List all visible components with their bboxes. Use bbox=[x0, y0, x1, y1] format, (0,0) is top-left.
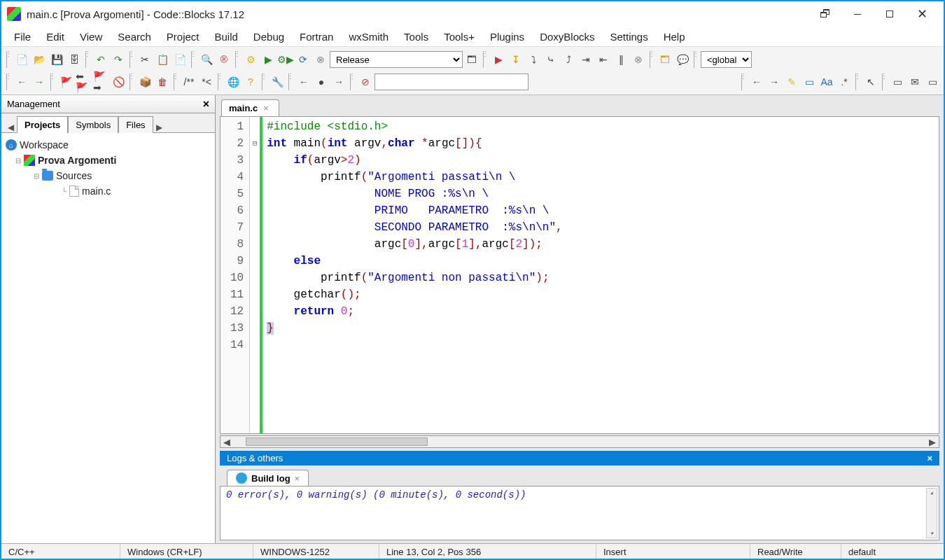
tree-expander-icon[interactable]: ⊟ bbox=[15, 157, 20, 164]
menu-tools[interactable]: Tools bbox=[397, 29, 435, 44]
fold-column[interactable]: ⊟ bbox=[250, 117, 262, 433]
case-icon[interactable]: Aa bbox=[818, 74, 835, 90]
regex-icon[interactable]: .* bbox=[836, 74, 853, 90]
minimize-button[interactable] bbox=[841, 4, 874, 24]
nav-prev-icon[interactable]: ← bbox=[295, 74, 312, 90]
nav-marker-icon[interactable]: ● bbox=[313, 74, 330, 90]
open-file-icon[interactable]: 📂 bbox=[31, 51, 48, 68]
bookmark-toggle-icon[interactable]: 🚩 bbox=[57, 74, 74, 90]
project-tree[interactable]: ⌂ Workspace ⊟ Prova Argomenti ⊟ Sources … bbox=[1, 133, 215, 543]
management-close-icon[interactable]: × bbox=[203, 98, 209, 111]
build-icon[interactable]: ⚙ bbox=[242, 51, 259, 68]
menu-plugins[interactable]: Plugins bbox=[483, 29, 531, 44]
goto-next-icon[interactable]: → bbox=[766, 74, 783, 90]
menu-doxyblocks[interactable]: DoxyBlocks bbox=[533, 29, 601, 44]
editor-tab-close-icon[interactable]: × bbox=[263, 103, 269, 113]
comment-block-icon[interactable]: /** bbox=[181, 74, 197, 90]
logs-body[interactable]: 0 error(s), 0 warning(s) (0 minute(s), 0… bbox=[220, 486, 939, 540]
menu-project[interactable]: Project bbox=[160, 29, 206, 44]
bookmark-prev-icon[interactable]: ⬅🚩 bbox=[75, 74, 92, 90]
comment-line-icon[interactable]: *< bbox=[198, 74, 215, 90]
scroll-left-icon[interactable]: ◀ bbox=[220, 437, 233, 447]
code-content[interactable]: #include <stdio.h>int main(int argv,char… bbox=[262, 117, 566, 433]
menu-tools[interactable]: Tools+ bbox=[437, 29, 482, 44]
scroll-thumb[interactable] bbox=[246, 438, 428, 446]
close-button[interactable]: ✕ bbox=[906, 4, 938, 24]
tab-projects[interactable]: Projects bbox=[17, 116, 68, 133]
code-editor[interactable]: 1234567891011121314 ⊟ #include <stdio.h>… bbox=[220, 116, 939, 434]
copy-icon[interactable]: 📋 bbox=[154, 51, 171, 68]
nav-next-icon[interactable]: → bbox=[330, 74, 347, 90]
menu-build[interactable]: Build bbox=[208, 29, 245, 44]
build-run-icon[interactable]: ⚙▶ bbox=[277, 51, 294, 68]
undo-icon[interactable]: ↶ bbox=[92, 51, 109, 68]
tree-workspace[interactable]: ⌂ Workspace bbox=[6, 137, 211, 153]
new-file-icon[interactable]: 📄 bbox=[13, 51, 30, 68]
tree-file[interactable]: └ main.c bbox=[6, 183, 211, 199]
tree-folder[interactable]: ⊟ Sources bbox=[6, 168, 211, 183]
cut-icon[interactable]: ✂ bbox=[136, 51, 153, 68]
back-icon[interactable]: ← bbox=[13, 74, 30, 90]
highlight-icon[interactable]: ✎ bbox=[783, 74, 800, 90]
editor-hscroll[interactable]: ◀ ▶ bbox=[220, 435, 939, 448]
tree-expander-icon[interactable]: ⊟ bbox=[34, 172, 38, 180]
menu-view[interactable]: View bbox=[73, 29, 109, 44]
maximize-button[interactable] bbox=[874, 4, 906, 24]
panel1-icon[interactable]: ▭ bbox=[889, 74, 906, 90]
bookmark-clear-icon[interactable]: 🚫 bbox=[110, 74, 127, 90]
menu-wxsmith[interactable]: wxSmith bbox=[342, 29, 396, 44]
doxy-icon-1[interactable]: 📦 bbox=[136, 74, 153, 90]
tab-symbols[interactable]: Symbols bbox=[68, 116, 118, 133]
tree-project[interactable]: ⊟ Prova Argomenti bbox=[6, 153, 211, 168]
break-icon[interactable]: ‖ bbox=[612, 51, 629, 68]
logs-tab-close-icon[interactable]: × bbox=[295, 473, 300, 484]
search-input[interactable] bbox=[374, 74, 528, 90]
editor-tab-mainc[interactable]: main.c × bbox=[221, 99, 279, 116]
menu-edit[interactable]: Edit bbox=[39, 29, 71, 44]
logs-tab-buildlog[interactable]: Build log × bbox=[227, 470, 309, 486]
save-all-icon[interactable]: 🗄 bbox=[66, 51, 83, 68]
panel3-icon[interactable]: ▭ bbox=[924, 74, 941, 90]
help-icon[interactable]: ? bbox=[242, 74, 259, 90]
chm-icon[interactable]: 🌐 bbox=[225, 74, 241, 90]
rebuild-icon[interactable]: ⟳ bbox=[295, 51, 312, 68]
run-to-cursor-icon[interactable]: ↧ bbox=[507, 51, 524, 68]
bookmark-next-icon[interactable]: 🚩➡ bbox=[92, 74, 109, 90]
step-into-icon[interactable]: ⤷ bbox=[542, 51, 559, 68]
step-instr-icon[interactable]: ⇤ bbox=[595, 51, 612, 68]
redo-icon[interactable]: ↷ bbox=[110, 51, 127, 68]
menu-help[interactable]: Help bbox=[657, 29, 692, 44]
settings-icon[interactable]: 🔧 bbox=[269, 74, 286, 90]
tab-files[interactable]: Files bbox=[118, 116, 153, 133]
scope-select[interactable]: <global bbox=[701, 51, 752, 68]
build-target-select[interactable]: Release bbox=[330, 51, 463, 68]
next-line-icon[interactable]: ⤵ bbox=[525, 51, 542, 68]
run-icon[interactable]: ▶ bbox=[260, 51, 276, 68]
save-icon[interactable]: 💾 bbox=[48, 51, 65, 68]
step-out-icon[interactable]: ⤴ bbox=[560, 51, 577, 68]
menu-fortran[interactable]: Fortran bbox=[293, 29, 340, 44]
debug-windows-icon[interactable]: 🗔 bbox=[657, 51, 673, 68]
clear-icon[interactable]: ⊘ bbox=[357, 74, 374, 90]
logs-close-icon[interactable]: × bbox=[927, 453, 932, 463]
doxy-icon-2[interactable]: 🗑 bbox=[154, 74, 171, 90]
cursor-icon[interactable]: ↖ bbox=[862, 74, 879, 90]
scroll-right-icon[interactable]: ▶ bbox=[926, 437, 939, 447]
menu-file[interactable]: File bbox=[7, 29, 38, 44]
logs-vscroll[interactable]: ▴▾ bbox=[926, 488, 937, 538]
paste-icon[interactable]: 📄 bbox=[172, 51, 188, 68]
menu-debug[interactable]: Debug bbox=[246, 29, 291, 44]
abort-icon[interactable]: ⊗ bbox=[312, 51, 329, 68]
panel2-icon[interactable]: ✉ bbox=[906, 74, 923, 90]
goto-prev-icon[interactable]: ← bbox=[748, 74, 765, 90]
title-extra-icon[interactable]: 🗗 bbox=[809, 4, 841, 24]
debug-start-icon[interactable]: ▶ bbox=[490, 51, 507, 68]
menu-search[interactable]: Search bbox=[111, 29, 158, 44]
info-icon[interactable]: 💬 bbox=[674, 51, 691, 68]
tabs-right-arrow-icon[interactable]: ▶ bbox=[153, 122, 166, 132]
select-icon[interactable]: ▭ bbox=[801, 74, 818, 90]
target-dialog-icon[interactable]: 🗔 bbox=[463, 51, 480, 68]
next-instr-icon[interactable]: ⇥ bbox=[578, 51, 594, 68]
menu-settings[interactable]: Settings bbox=[603, 29, 654, 44]
replace-icon[interactable]: ® bbox=[216, 51, 232, 68]
